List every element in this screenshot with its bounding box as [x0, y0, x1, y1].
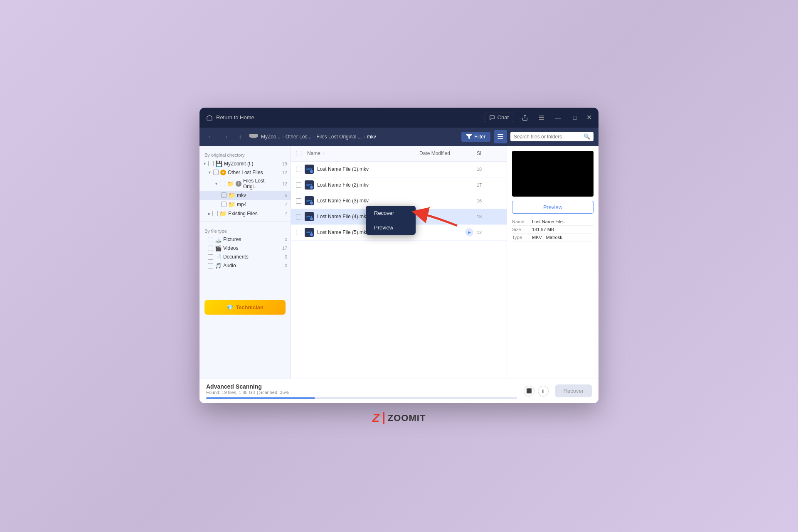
- file-meta: Name Lost Name File.. Size 181.97 MB Typ…: [512, 218, 594, 241]
- pictures-icon: 🏔️: [215, 236, 222, 243]
- toolbar: ← → ↑ MyZoo... › Other Los... › Files Lo…: [200, 128, 598, 146]
- table-row[interactable]: MKV Lost Name File (1).mkv 18: [291, 162, 507, 177]
- progress-container: Advanced Scanning Found: 19 files, 1.85 …: [206, 383, 517, 399]
- sidebar-item-mp4[interactable]: 📁 mp4 7: [200, 200, 291, 209]
- gem-icon: 💎: [227, 304, 233, 310]
- checkbox-videos[interactable]: [208, 246, 213, 251]
- breadcrumb-other-lost[interactable]: Other Los...: [286, 134, 312, 140]
- meta-type-row: Type MKV - Matrosk.: [512, 234, 594, 241]
- svg-rect-2: [498, 134, 503, 135]
- select-all-checkbox[interactable]: [296, 151, 301, 156]
- folder-icon: 📁: [227, 180, 234, 187]
- row-checkbox[interactable]: [296, 182, 301, 188]
- close-button[interactable]: ✕: [586, 113, 592, 121]
- file-icon: MKV: [305, 228, 314, 237]
- minimize-button[interactable]: —: [553, 113, 563, 123]
- sidebar-item-documents[interactable]: 📄 Documents 0: [200, 253, 291, 261]
- question-icon: ?: [236, 181, 241, 187]
- checkbox-myzoomit[interactable]: [208, 161, 214, 166]
- videos-icon: 🎬: [215, 245, 222, 251]
- checkbox-pictures[interactable]: [208, 237, 213, 242]
- sort-arrow-icon[interactable]: ↑: [322, 151, 325, 156]
- sidebar-item-myzoomit[interactable]: ▼ 💾 MyZoomit (I:) 19: [200, 159, 291, 168]
- forward-button[interactable]: →: [219, 131, 231, 143]
- scan-controls: ⬛ ⏸: [524, 386, 549, 397]
- maximize-button[interactable]: □: [570, 113, 580, 123]
- svg-rect-4: [498, 138, 503, 139]
- progress-fill: [206, 397, 315, 399]
- progress-track: [206, 397, 517, 399]
- breadcrumb-mkv[interactable]: mkv: [367, 134, 376, 140]
- checkbox-mkv[interactable]: [221, 192, 227, 198]
- file-icon: MKV: [305, 180, 314, 190]
- col-name-header: Name ↑: [307, 150, 416, 156]
- sidebar-item-pictures[interactable]: 🏔️ Pictures 0: [200, 235, 291, 244]
- checkbox-audio[interactable]: [208, 263, 213, 268]
- expand-icon: ▼: [203, 162, 207, 166]
- play-button[interactable]: ▶: [465, 228, 473, 236]
- preview-video: [512, 151, 594, 197]
- pause-button[interactable]: ⏸: [538, 386, 549, 397]
- checkbox-documents[interactable]: [208, 254, 213, 260]
- table-row[interactable]: MKV Lost Name File (4).mkv 18 Recover Pr…: [291, 209, 507, 225]
- checkbox-other-lost[interactable]: [213, 170, 219, 175]
- stop-button[interactable]: ⬛: [524, 386, 534, 397]
- row-checkbox[interactable]: [296, 214, 301, 219]
- audio-icon: 🎵: [215, 263, 222, 269]
- technician-button[interactable]: 💎 Technician: [204, 300, 286, 315]
- sidebar-item-audio[interactable]: 🎵 Audio 0: [200, 261, 291, 270]
- sidebar-divider: [200, 222, 291, 222]
- sidebar-item-videos[interactable]: 🎬 Videos 17: [200, 244, 291, 253]
- meta-size-row: Size 181.97 MB: [512, 226, 594, 234]
- file-icon: MKV: [305, 165, 314, 174]
- breadcrumb-files-lost[interactable]: Files Lost Original ...: [316, 134, 362, 140]
- breadcrumb: MyZoo... › Other Los... › Files Lost Ori…: [261, 134, 458, 140]
- scan-title: Advanced Scanning: [206, 383, 517, 390]
- checkbox-existing[interactable]: [212, 211, 218, 216]
- expand-icon: ▶: [208, 212, 211, 216]
- row-checkbox[interactable]: [296, 230, 301, 235]
- chat-label: Chat: [498, 114, 509, 121]
- checkbox-mp4[interactable]: [221, 202, 227, 207]
- file-list-header: Name ↑ Date Modified Si: [291, 146, 507, 162]
- sidebar: By original directory ▼ 💾 MyZoomit (I:) …: [200, 146, 291, 379]
- search-input[interactable]: [514, 134, 581, 140]
- row-checkbox[interactable]: [296, 198, 301, 204]
- sidebar-item-mkv[interactable]: 📁 mkv 5: [200, 191, 291, 200]
- context-preview[interactable]: Preview: [366, 220, 416, 235]
- search-icon: 🔍: [584, 133, 590, 140]
- titlebar: Return to Home Chat —: [200, 108, 598, 128]
- preview-button[interactable]: Preview: [512, 201, 594, 214]
- context-recover[interactable]: Recover: [366, 206, 416, 220]
- share-button[interactable]: [520, 113, 530, 123]
- file-list: Name ↑ Date Modified Si MKV Lost Name Fi…: [291, 146, 507, 379]
- sidebar-item-files-lost[interactable]: ▼ 📁 ? Files Lost Origi... 12: [200, 177, 291, 191]
- search-box: 🔍: [510, 132, 594, 141]
- sidebar-section-directory: By original directory: [200, 149, 291, 159]
- context-menu: Recover Preview: [366, 206, 416, 235]
- recover-button[interactable]: Recover: [555, 384, 592, 397]
- folder-icon: 📁: [219, 210, 227, 217]
- col-size-header: Si: [477, 150, 502, 156]
- menu-button[interactable]: [537, 113, 547, 123]
- chat-button[interactable]: Chat: [485, 113, 513, 122]
- row-checkbox[interactable]: [296, 167, 301, 172]
- sidebar-item-existing[interactable]: ▶ 📁 Existing Files 7: [200, 209, 291, 218]
- home-button[interactable]: Return to Home: [206, 114, 485, 121]
- view-menu-button[interactable]: [494, 130, 507, 143]
- filter-button[interactable]: Filter: [461, 132, 490, 142]
- col-date-header: Date Modified: [419, 150, 473, 156]
- technician-label: Technician: [236, 304, 264, 310]
- up-button[interactable]: ↑: [234, 131, 246, 143]
- main-layout: By original directory ▼ 💾 MyZoomit (I:) …: [200, 146, 598, 379]
- back-button[interactable]: ←: [204, 131, 216, 143]
- zoomit-text: ZOOMIT: [388, 413, 426, 424]
- preview-panel: Preview Name Lost Name File.. Size 181.9…: [507, 146, 598, 379]
- breadcrumb-myzoomit[interactable]: MyZoo...: [261, 134, 281, 140]
- titlebar-controls: Chat — □ ✕: [485, 113, 592, 123]
- logo-divider: [383, 412, 384, 424]
- sidebar-item-other-lost[interactable]: ▼ ● Other Lost Files 12: [200, 168, 291, 177]
- zoomit-logo: Z ZOOMIT: [372, 411, 426, 425]
- checkbox-files-lost[interactable]: [220, 181, 225, 186]
- table-row[interactable]: MKV Lost Name File (2).mkv 17: [291, 177, 507, 193]
